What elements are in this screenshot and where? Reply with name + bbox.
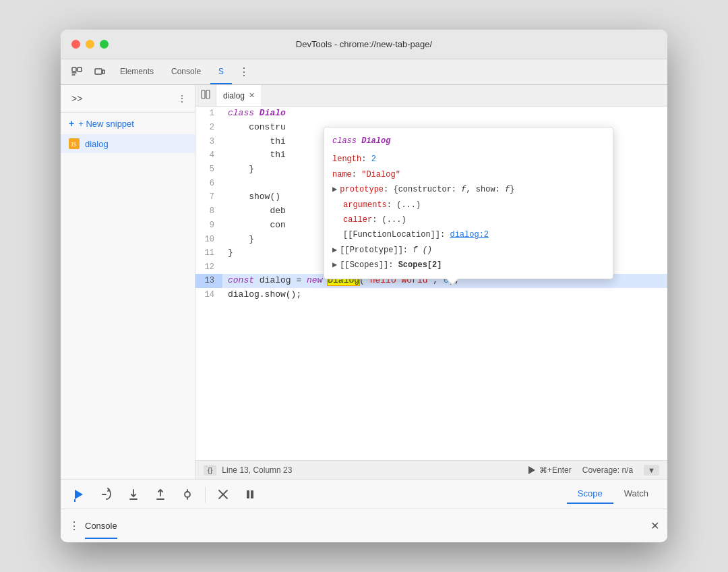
tab-watch[interactable]: Watch [613, 484, 659, 504]
titlebar: DevTools - chrome://new-tab-page/ [61, 30, 667, 59]
console-close-button[interactable]: ✕ [650, 519, 659, 532]
tab-scope[interactable]: Scope [567, 484, 613, 504]
svg-rect-20 [251, 490, 253, 498]
editor-tab-close-icon[interactable]: ✕ [249, 91, 255, 100]
pause-on-exceptions-button[interactable] [241, 485, 260, 504]
tooltip-arrow [446, 279, 459, 285]
svg-rect-3 [102, 70, 104, 74]
console-label-wrap: Console [85, 521, 117, 531]
status-bar-left: {} Line 13, Column 23 [204, 465, 292, 476]
tab-sources[interactable]: S [210, 59, 232, 84]
main-tabbar: Elements Console S ⋮ [61, 59, 667, 85]
console-menu-icon[interactable]: ⋮ [69, 519, 80, 532]
editor-area: dialog ✕ class Dialog length: 2 name: "D… [195, 85, 667, 479]
editor-tab-dialog[interactable]: dialog ✕ [216, 85, 262, 106]
svg-text:JS: JS [71, 141, 77, 148]
run-label: ⌘+Enter [539, 465, 572, 475]
step-button[interactable] [178, 485, 197, 504]
tooltip-row-caller: caller: (...) [324, 212, 613, 227]
sidebar-menu-icon[interactable]: ⋮ [175, 90, 189, 107]
tooltip-row-name: name: "Dialog" [324, 167, 613, 182]
console-panel: ⋮ Console ✕ [61, 509, 667, 542]
play-icon [528, 466, 535, 474]
scope-watch-tabs: Scope Watch [567, 484, 659, 504]
step-out-button[interactable] [151, 485, 170, 504]
device-toolbar-icon[interactable] [89, 59, 111, 84]
debug-divider [205, 486, 206, 503]
svg-rect-7 [206, 90, 210, 98]
window-title: DevTools - chrome://new-tab-page/ [296, 39, 432, 49]
minimize-button[interactable] [86, 40, 94, 49]
run-snippet-button[interactable]: ⌘+Enter [528, 465, 572, 475]
step-into-button[interactable] [124, 485, 143, 504]
resume-button[interactable] [69, 484, 89, 505]
new-snippet-label: + New snippet [78, 119, 134, 129]
editor-tab-label: dialog [223, 91, 245, 101]
console-label: Console [85, 521, 117, 531]
maximize-button[interactable] [100, 40, 109, 49]
deactivate-breakpoints-button[interactable] [214, 485, 233, 504]
tab-console[interactable]: Console [163, 59, 209, 84]
sidebar-header: >> ⋮ [61, 85, 195, 113]
step-over-button[interactable] [97, 485, 116, 504]
tooltip-row-proto-prototype[interactable]: ▶[[Prototype]]: f () [324, 243, 613, 258]
plus-icon: + [69, 118, 74, 129]
snippet-name-label: dialog [85, 139, 109, 149]
chevron-right-icon[interactable]: >> [66, 93, 88, 104]
tooltip-row-scopes[interactable]: ▶[[Scopes]]: Scopes[2] [324, 258, 613, 273]
format-button[interactable]: {} [204, 465, 216, 476]
coverage-icon-btn[interactable]: ▼ [644, 465, 659, 476]
svg-rect-2 [95, 69, 102, 74]
inspector-icon[interactable] [66, 59, 88, 84]
cursor-position-label: Line 13, Column 23 [222, 465, 292, 475]
status-bar: {} Line 13, Column 23 ⌘+Enter Coverage: … [195, 460, 667, 479]
code-line-1: 1 class Dialo [195, 107, 667, 121]
tooltip-row-arguments: arguments: (...) [324, 198, 613, 212]
collapse-icon[interactable] [201, 90, 210, 101]
sidebar: >> ⋮ + + New snippet JS dialog [61, 85, 195, 479]
close-button[interactable] [71, 40, 80, 49]
svg-rect-0 [72, 67, 76, 72]
debug-bar: Scope Watch [61, 479, 667, 509]
tooltip-header: class Dialog [324, 133, 613, 152]
tooltip-row-length: length: 2 [324, 152, 613, 167]
tab-elements[interactable]: Elements [112, 59, 162, 84]
autocomplete-tooltip: class Dialog length: 2 name: "Dialog" ▶p… [324, 127, 613, 279]
new-snippet-button[interactable]: + + New snippet [61, 113, 195, 134]
window-controls [71, 40, 109, 49]
devtools-window: DevTools - chrome://new-tab-page/ Elemen… [61, 30, 667, 542]
svg-rect-1 [78, 67, 82, 72]
editor-tab-header: dialog ✕ [195, 85, 667, 107]
code-editor[interactable]: class Dialog length: 2 name: "Dialog" ▶p… [195, 107, 667, 460]
svg-point-14 [185, 492, 190, 497]
snippet-icon: JS [69, 138, 80, 149]
code-line-14: 14 dialog.show(); [195, 288, 667, 302]
status-bar-right: ⌘+Enter Coverage: n/a ▼ [528, 465, 659, 476]
more-tabs-button[interactable]: ⋮ [233, 59, 255, 84]
sidebar-nav: >> [66, 93, 88, 104]
main-area: >> ⋮ + + New snippet JS dialog [61, 85, 667, 479]
svg-rect-19 [247, 490, 249, 498]
svg-rect-6 [202, 90, 205, 98]
snippet-item-dialog[interactable]: JS dialog [61, 134, 195, 153]
tooltip-row-function-location: [[FunctionLocation]]: dialog:2 [324, 227, 613, 242]
tooltip-row-prototype[interactable]: ▶prototype: {constructor: f, show: f} [324, 182, 613, 197]
coverage-label: Coverage: n/a [582, 465, 633, 475]
